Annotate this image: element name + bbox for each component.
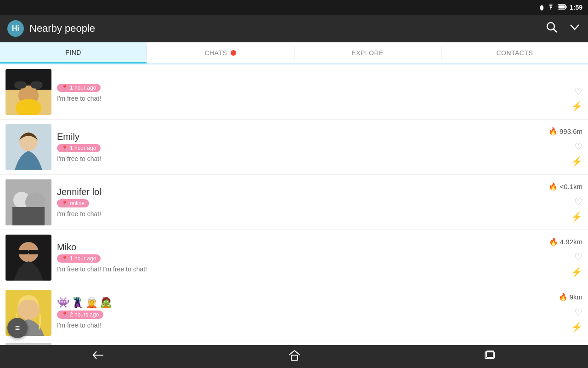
people-list: 📍 1 hour ago I'm free to chat! ♡ ⚡ Emily	[0, 64, 588, 345]
recents-button[interactable]	[473, 346, 507, 367]
list-item[interactable]: Emily 📍 1 hour ago I'm free to chat! 🔥 9…	[0, 120, 588, 175]
person-info: Miko 📍 1 hour ago I'm free to chat! I'm …	[51, 239, 546, 276]
svg-point-3	[547, 23, 554, 30]
action-icons: ♡ ⚡	[571, 86, 582, 112]
svg-line-4	[554, 29, 557, 32]
action-icons: ♡ ⚡	[571, 252, 582, 277]
svg-rect-1	[565, 6, 566, 8]
svg-rect-10	[31, 82, 42, 88]
heart-icon[interactable]: ♡	[574, 196, 582, 207]
bolt-icon[interactable]: ⚡	[571, 322, 582, 333]
person-name: Jennifer lol	[57, 187, 540, 197]
bolt-icon[interactable]: ⚡	[571, 266, 582, 277]
svg-rect-2	[558, 6, 565, 9]
pin-icon: 📍	[62, 311, 68, 317]
pin-icon: 📍	[62, 85, 68, 91]
svg-rect-27	[291, 355, 298, 360]
person-message: I'm free to chat!	[57, 155, 540, 162]
person-info: 👾 🦹 🧝 🧟 📍 2 hours ago I'm free to chat!	[51, 294, 546, 332]
top-bar-left: Hi Nearby people	[7, 20, 95, 37]
person-message: I'm free to chat!	[57, 95, 540, 102]
home-button[interactable]	[277, 346, 311, 367]
person-name: 👾 🦹 🧝 🧟	[57, 297, 540, 309]
status-badge: 📍 1 hour ago	[57, 144, 101, 152]
fire-icon: 🔥	[559, 293, 568, 301]
person-message: I'm free to chat! I'm free to chat!	[57, 265, 540, 273]
bolt-icon[interactable]: ⚡	[571, 101, 582, 112]
status-badge: 📍 2 hours ago	[57, 310, 103, 319]
list-item[interactable]: 📍 1 hour ago I'm free to chat! ♡ ⚡	[0, 64, 588, 120]
person-message: I'm free to chat!	[57, 210, 540, 218]
fire-icon: 🔥	[548, 182, 558, 191]
distance: 🔥 9km	[559, 293, 582, 301]
top-bar-right	[546, 21, 581, 36]
person-actions: ♡ ⚡	[546, 68, 582, 115]
avatar	[6, 179, 51, 225]
status-badge: 📍 online	[57, 199, 89, 207]
svg-rect-20	[16, 250, 28, 254]
search-icon[interactable]	[546, 21, 558, 36]
app-logo: Hi	[7, 20, 24, 37]
fire-icon: 🔥	[549, 237, 558, 246]
distance: 🔥 4.92km	[549, 237, 582, 246]
heart-icon[interactable]: ♡	[574, 86, 582, 97]
status-badge: 📍 1 hour ago	[57, 254, 101, 263]
person-message: I'm free to chat!	[57, 322, 540, 329]
tab-contacts[interactable]: CONTACTS	[441, 42, 588, 63]
person-actions: 🔥 9km ♡ ⚡	[546, 289, 582, 336]
person-info: Jennifer lol 📍 online I'm free to chat!	[51, 184, 546, 220]
pin-icon: 📍	[62, 256, 68, 262]
bluetooth-icon: ⬮	[540, 4, 544, 12]
person-actions: 🔥 993.6m ♡ ⚡	[546, 123, 582, 171]
status-time: 1:59	[570, 4, 582, 11]
avatar	[6, 124, 51, 170]
wifi-icon	[547, 4, 555, 12]
list-item[interactable]: Jennifer lol 📍 online I'm free to chat! …	[0, 175, 588, 230]
svg-rect-17	[12, 207, 45, 225]
heart-icon[interactable]: ♡	[574, 307, 582, 318]
tab-find[interactable]: FIND	[0, 42, 147, 63]
heart-icon[interactable]: ♡	[574, 252, 582, 263]
dropdown-icon[interactable]	[569, 21, 581, 36]
menu-fab[interactable]: ≡	[7, 318, 28, 338]
person-info: Emily 📍 1 hour ago I'm free to chat!	[51, 129, 546, 165]
person-actions: 🔥 <0.1km ♡ ⚡	[546, 178, 582, 226]
fire-icon: 🔥	[548, 127, 558, 136]
action-icons: ♡ ⚡	[571, 307, 582, 333]
avatar	[6, 69, 51, 115]
status-bar: ⬮ 1:59	[0, 0, 588, 15]
avatar	[6, 235, 51, 281]
svg-rect-9	[15, 82, 26, 88]
list-item[interactable]: Miko 📍 1 hour ago I'm free to chat! I'm …	[0, 230, 588, 285]
pin-icon: 📍	[62, 201, 68, 207]
chats-badge	[231, 50, 236, 56]
list-item[interactable]: 👾 🦹 🧝 🧟 📍 2 hours ago I'm free to chat! …	[0, 285, 588, 340]
bolt-icon[interactable]: ⚡	[571, 211, 582, 222]
battery-icon	[558, 4, 567, 11]
tab-chats[interactable]: CHATS	[147, 42, 294, 63]
heart-icon[interactable]: ♡	[574, 141, 582, 152]
svg-rect-21	[28, 250, 41, 254]
person-name: Emily	[57, 132, 540, 142]
person-actions: 🔥 4.92km ♡ ⚡	[546, 234, 582, 281]
status-icons: ⬮ 1:59	[540, 4, 582, 12]
distance: 🔥 993.6m	[548, 127, 582, 136]
tabs: FIND CHATS EXPLORE CONTACTS	[0, 42, 588, 64]
distance: 🔥 <0.1km	[548, 182, 582, 191]
action-icons: ♡ ⚡	[571, 196, 582, 222]
tab-explore[interactable]: EXPLORE	[294, 42, 441, 63]
person-name: Miko	[57, 242, 540, 253]
app-title: Nearby people	[29, 23, 95, 34]
back-button[interactable]	[81, 346, 116, 367]
person-info: 📍 1 hour ago I'm free to chat!	[51, 79, 546, 105]
bottom-nav	[0, 345, 588, 368]
action-icons: ♡ ⚡	[571, 141, 582, 167]
status-badge: 📍 1 hour ago	[57, 84, 101, 92]
pin-icon: 📍	[62, 145, 68, 151]
list-item[interactable]: King 🔥 0.92km	[0, 340, 588, 345]
menu-icon: ≡	[15, 323, 20, 333]
bolt-icon[interactable]: ⚡	[571, 156, 582, 167]
top-bar: Hi Nearby people	[0, 15, 588, 42]
